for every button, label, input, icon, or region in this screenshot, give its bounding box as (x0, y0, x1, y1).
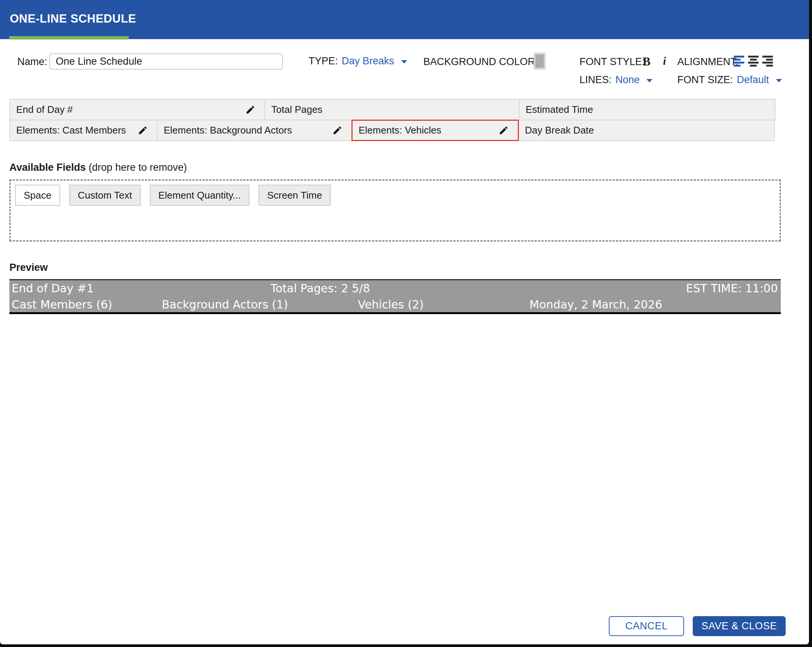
header-accent-bar (9, 36, 129, 40)
name-label: Name: (17, 56, 47, 68)
type-control: TYPE: Day Breaks (308, 55, 407, 67)
lines-control: LINES: None (580, 74, 652, 86)
field-vehicles-highlighted[interactable]: Elements: Vehicles (351, 120, 519, 141)
field-row-2: Elements: Cast Members Elements: Backgro… (9, 121, 777, 141)
field-label: Elements: Background Actors (164, 125, 292, 136)
field-label: Elements: Cast Members (16, 125, 126, 136)
chevron-down-icon (776, 79, 782, 82)
type-label: TYPE: (308, 55, 338, 67)
preview-total-pages: Total Pages: 2 5/8 (270, 282, 370, 295)
lines-label: LINES: (580, 74, 612, 86)
preview-line-1: End of Day #1 Total Pages: 2 5/8 EST TIM… (9, 280, 781, 296)
chip-screen-time[interactable]: Screen Time (258, 185, 331, 206)
available-fields-hint: (drop here to remove) (89, 162, 187, 173)
align-center-icon[interactable] (748, 55, 759, 67)
alignment-controls (734, 55, 773, 67)
align-right-icon[interactable] (762, 55, 773, 67)
preview-line-2: Cast Members (6) Background Actors (1) V… (9, 296, 781, 312)
edit-pencil-icon[interactable] (499, 125, 509, 136)
field-label: Total Pages (271, 104, 322, 116)
type-value: Day Breaks (342, 55, 394, 67)
field-label: Elements: Vehicles (359, 125, 441, 136)
lines-value: None (615, 74, 640, 86)
preview-vehicles: Vehicles (2) (358, 298, 424, 311)
background-color-swatch[interactable] (534, 53, 546, 70)
available-fields-dropzone[interactable]: Space Custom Text Element Quantity... Sc… (9, 179, 781, 241)
field-day-break-date[interactable]: Day Break Date (518, 120, 775, 141)
available-fields-label: Available Fields (9, 162, 86, 173)
preview-title: Preview (9, 262, 48, 273)
one-line-schedule-dialog: ONE-LINE SCHEDULE Name: TYPE: Day Breaks… (0, 0, 809, 644)
field-row-1: End of Day # Total Pages Estimated Time (9, 99, 777, 121)
font-size-dropdown[interactable]: Default (737, 74, 782, 86)
lines-dropdown[interactable]: None (615, 74, 653, 86)
dialog-title: ONE-LINE SCHEDULE (10, 12, 136, 26)
background-color-label: BACKGROUND COLOR (423, 56, 535, 68)
edit-pencil-icon[interactable] (332, 125, 342, 136)
field-layout-grid: End of Day # Total Pages Estimated Time … (9, 99, 777, 141)
italic-button[interactable]: i (663, 55, 666, 67)
chevron-down-icon (646, 79, 652, 82)
field-end-of-day[interactable]: End of Day # (9, 99, 265, 121)
font-size-label: FONT SIZE: (677, 74, 733, 86)
chevron-down-icon (401, 60, 407, 64)
chip-space[interactable]: Space (15, 185, 60, 206)
edit-pencil-icon[interactable] (138, 125, 148, 136)
alignment-label: ALIGNMENT: (677, 56, 738, 68)
preview-est-time: EST TIME: 11:00 (686, 282, 778, 295)
field-label: End of Day # (16, 104, 73, 116)
field-estimated-time[interactable]: Estimated Time (519, 99, 775, 121)
available-fields-list: Space Custom Text Element Quantity... Sc… (15, 185, 775, 206)
font-size-value: Default (737, 74, 769, 86)
field-label: Day Break Date (525, 125, 594, 136)
field-label: Estimated Time (526, 104, 593, 116)
edit-pencil-icon[interactable] (245, 105, 255, 115)
field-background-actors[interactable]: Elements: Background Actors (157, 120, 352, 141)
save-close-button[interactable]: SAVE & CLOSE (693, 616, 786, 636)
preview-cast-members: Cast Members (6) (12, 298, 112, 311)
bold-button[interactable]: B (643, 55, 650, 69)
available-fields-title: Available Fields (drop here to remove) (9, 162, 187, 173)
preview-bar: End of Day #1 Total Pages: 2 5/8 EST TIM… (9, 279, 781, 314)
font-style-label: FONT STYLE: (580, 56, 645, 68)
preview-background-actors: Background Actors (1) (162, 298, 288, 311)
type-dropdown[interactable]: Day Breaks (342, 55, 407, 67)
preview-date: Monday, 2 March, 2026 (530, 298, 662, 311)
field-cast-members[interactable]: Elements: Cast Members (9, 120, 158, 141)
chip-custom-text[interactable]: Custom Text (69, 185, 141, 206)
chip-element-quantity[interactable]: Element Quantity... (150, 185, 249, 206)
align-left-icon[interactable] (734, 55, 744, 67)
field-total-pages[interactable]: Total Pages (264, 99, 520, 121)
preview-end-of-day: End of Day #1 (12, 282, 94, 295)
font-size-control: FONT SIZE: Default (677, 74, 782, 86)
name-input[interactable] (49, 53, 283, 70)
cancel-button[interactable]: CANCEL (609, 616, 684, 636)
dialog-header: ONE-LINE SCHEDULE (0, 0, 809, 39)
